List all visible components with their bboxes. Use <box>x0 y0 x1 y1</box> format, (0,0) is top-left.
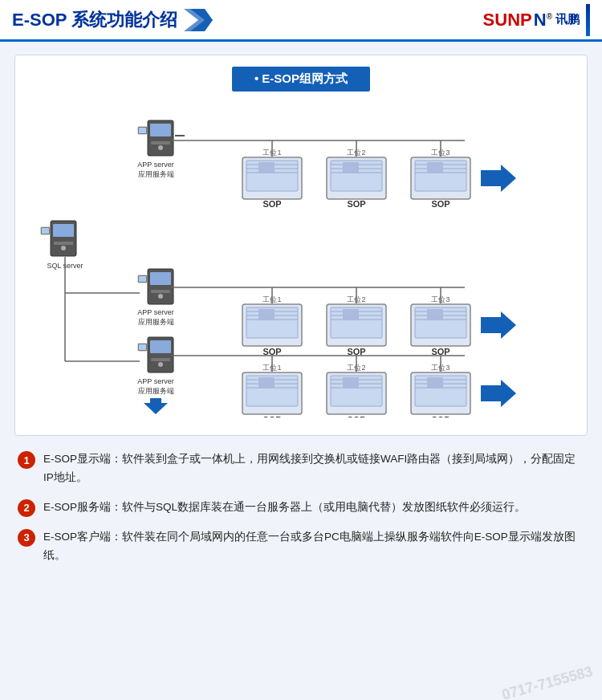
svg-rect-5 <box>151 141 170 144</box>
station-row3-1-label: 工位1 <box>262 364 281 372</box>
svg-rect-26 <box>139 276 146 282</box>
station-row3-3-label: 工位3 <box>431 364 449 372</box>
svg-rect-20 <box>42 228 49 234</box>
description-list: 1 E-SOP显示端：软件装到盒子或一体机上，用网线接到交换机或链接WAFI路由… <box>14 450 588 565</box>
sop-text-row1-2: SOP <box>347 199 365 209</box>
title-text: E-SOP 系统功能介绍 <box>12 8 177 32</box>
logo-reg: ® <box>547 11 552 20</box>
svg-rect-37 <box>150 340 171 353</box>
screen-thumb-row1-3 <box>427 162 443 173</box>
screen-thumb-row1-2 <box>343 162 359 173</box>
screen-thumb-row3-3 <box>427 377 443 389</box>
logo-sun: SUNP <box>483 10 532 31</box>
desc-item-3: 3 E-SOP客户端：软件装在同个局域网内的任意一台或多台PC电脑端上操纵服务端… <box>18 528 584 565</box>
svg-rect-16 <box>53 224 74 237</box>
sop-text-row2-1: SOP <box>262 347 281 356</box>
main-content: E-SOP组网方式 APP <box>0 42 602 700</box>
station-row2-2-label: 工位2 <box>347 295 365 303</box>
page-header: E-SOP 系统功能介绍 SUNP N® 讯鹏 <box>0 0 602 42</box>
desc-item-1: 1 E-SOP显示端：软件装到盒子或一体机上，用网线接到交换机或链接WAFI路由… <box>18 450 584 487</box>
svg-rect-22 <box>150 272 171 285</box>
svg-rect-8 <box>175 135 185 136</box>
header-arrow-icon <box>184 9 213 31</box>
app-server-3-label-line1: APP server <box>137 377 173 385</box>
sop-text-row1-1: SOP <box>262 199 281 209</box>
right-arrow-row1 <box>481 165 516 192</box>
desc-text-1: E-SOP显示端：软件装到盒子或一体机上，用网线接到交换机或链接WAFI路由器（… <box>43 450 584 487</box>
app-server-3-label-line2: 应用服务端 <box>138 387 174 395</box>
svg-point-4 <box>158 145 163 150</box>
down-arrow-row3 <box>144 398 168 414</box>
desc-text-2: E-SOP服务端：软件与SQL数据库装在通一台服务器上（或用电脑代替）发放图纸软… <box>43 499 526 517</box>
desc-num-2: 2 <box>18 499 35 517</box>
logo-bar <box>586 4 590 36</box>
app-server-1-label-line2: 应用服务端 <box>138 170 174 178</box>
station-row1-2-label: 工位2 <box>347 149 365 157</box>
svg-rect-18 <box>54 242 73 245</box>
svg-rect-39 <box>151 358 170 361</box>
sop-text-row3-3: SOP <box>431 415 449 417</box>
app-server-3-icon <box>138 337 173 372</box>
station-row1-1-label: 工位1 <box>262 149 281 157</box>
svg-point-17 <box>61 246 66 250</box>
desc-item-2: 2 E-SOP服务端：软件与SQL数据库装在通一台服务器上（或用电脑代替）发放图… <box>18 499 584 517</box>
station-row2-1-label: 工位1 <box>262 295 281 303</box>
network-title: E-SOP组网方式 <box>23 67 579 92</box>
desc-text-3: E-SOP客户端：软件装在同个局域网内的任意一台或多台PC电脑端上操纵服务端软件… <box>43 528 584 565</box>
svg-rect-41 <box>139 344 146 350</box>
network-diagram-box: E-SOP组网方式 APP <box>14 55 588 436</box>
sop-text-row3-1: SOP <box>262 415 281 417</box>
network-svg: APP server 应用服务端 工位1 SOP <box>23 104 596 417</box>
logo: SUNP N® 讯鹏 <box>483 4 590 36</box>
network-diagram: APP server 应用服务端 工位1 SOP <box>23 104 579 421</box>
network-title-text: E-SOP组网方式 <box>232 67 370 92</box>
app-server-2-label-line2: 应用服务端 <box>138 318 174 326</box>
screen-thumb-row2-3 <box>427 309 443 320</box>
svg-rect-3 <box>150 124 171 136</box>
screen-thumb-row1-1 <box>258 162 275 173</box>
app-server-1-icon <box>138 120 185 156</box>
screen-thumb-row2-2 <box>343 309 359 320</box>
sop-text-row2-3: SOP <box>431 347 449 356</box>
station-row1-3-label: 工位3 <box>431 149 449 157</box>
right-arrow-row3 <box>481 380 516 407</box>
desc-num-1: 1 <box>18 451 35 469</box>
svg-rect-24 <box>151 290 170 293</box>
sop-text-row2-2: SOP <box>347 347 365 356</box>
app-server-2-icon <box>138 269 173 304</box>
desc-num-3: 3 <box>18 529 35 547</box>
svg-point-38 <box>158 362 163 367</box>
screen-thumb-row3-1 <box>258 377 275 389</box>
app-server-1-label-line1: APP server <box>137 161 173 169</box>
right-arrow-row2 <box>481 311 516 339</box>
sop-text-row1-3: SOP <box>431 199 449 209</box>
app-server-2-label-line1: APP server <box>137 308 173 316</box>
logo-pn: N® <box>534 10 552 31</box>
station-row2-3-label: 工位3 <box>431 295 449 303</box>
screen-thumb-row3-2 <box>343 377 359 389</box>
screen-thumb-row2-1 <box>258 309 275 320</box>
sop-text-row3-2: SOP <box>347 415 365 417</box>
svg-rect-7 <box>139 128 146 133</box>
svg-point-23 <box>158 294 163 299</box>
page-title: E-SOP 系统功能介绍 <box>12 8 213 32</box>
logo-cn: 讯鹏 <box>555 12 580 27</box>
station-row3-2-label: 工位2 <box>347 364 365 372</box>
sql-server-icon <box>41 221 76 256</box>
